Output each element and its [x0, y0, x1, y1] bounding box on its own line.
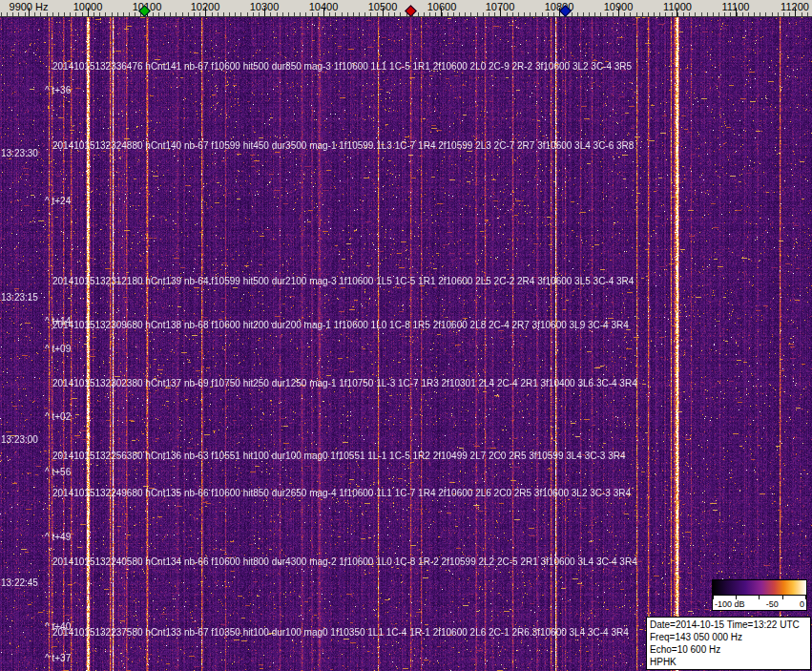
freq-tick-label: 10300 — [250, 1, 280, 12]
event-time-marker: ^ t+36 — [45, 85, 71, 95]
info-station-line: HPHK — [650, 656, 807, 668]
detection-log-line: 20141015132302380 hCnt137 nb-69 f10750 h… — [52, 378, 637, 388]
freq-tick-label: 10500 — [368, 1, 398, 12]
event-time-marker: ^ t+09 — [45, 344, 71, 354]
detection-log-line: 20141015132312180 hCnt139 nb-64 f10599 h… — [52, 276, 634, 286]
freq-tick-label: 9900 Hz — [10, 1, 49, 12]
event-time-marker: ^ t+56 — [45, 467, 71, 477]
colorbar-legend: -100 dB -50 0 — [712, 579, 807, 611]
event-time-marker: ^ t+14 — [45, 316, 71, 326]
freq-tick-label: 10400 — [309, 1, 339, 12]
spectrogram-canvas[interactable] — [0, 17, 812, 671]
event-time-marker: ^ t+37 — [45, 653, 71, 663]
event-time-marker: ^ t+24 — [45, 196, 71, 206]
colorbar-max-label: 0 — [800, 599, 804, 609]
info-freq-line: Freq=143 050 000 Hz — [650, 631, 807, 643]
colorbar-mid-label: -50 — [766, 599, 779, 609]
detection-log-line: 20141015132256380 hCnt136 nb-63 f10551 h… — [52, 451, 625, 461]
freq-tick-label: 10900 — [604, 1, 634, 12]
frequency-axis: 9900 Hz 10000 10100 10200 10300 10400 10… — [0, 0, 812, 17]
detection-log-line: 20141015132336476 hCnt141 nb-67 f10600 h… — [52, 61, 632, 72]
time-tick-label: 13:23:00 — [1, 434, 38, 445]
time-tick-label: 13:23:30 — [1, 148, 38, 158]
colorbar-labels: -100 dB -50 0 — [713, 599, 806, 610]
freq-tick-label: 10000 — [73, 1, 103, 12]
freq-tick-label: 11000 — [663, 1, 692, 12]
info-echo-line: Echo=10 600 Hz — [650, 643, 807, 656]
detection-log-line: 20141015132240580 hCnt134 nb-66 f10600 h… — [52, 556, 637, 567]
detection-log-line: 20141015132237580 hCnt133 nb-67 f10350 h… — [52, 627, 629, 638]
event-time-marker: ^ t+40 — [45, 621, 71, 632]
spectrogram-app: 9900 Hz 10000 10100 10200 10300 10400 10… — [0, 0, 812, 671]
event-time-marker: ^ t+02 — [45, 411, 71, 422]
colorbar-gradient — [713, 580, 806, 596]
detection-log-line: 20141015132309680 hCnt138 nb-68 f10600 h… — [52, 320, 629, 330]
detection-log-line: 20141015132324880 hCnt140 nb-67 f10599 h… — [52, 140, 634, 151]
detection-log-line: 20141015132249680 hCnt135 nb-66 f10600 h… — [52, 488, 631, 498]
freq-tick-label: 10200 — [191, 1, 220, 12]
info-box: Date=2014-10-15 Time=13:22 UTC Freq=143 … — [646, 617, 811, 670]
time-tick-label: 13:23:15 — [1, 292, 38, 303]
freq-tick-label: 11100 — [722, 1, 750, 12]
colorbar-min-label: -100 dB — [715, 599, 745, 609]
event-time-marker: ^ t+49 — [45, 532, 71, 542]
freq-tick-label: 10600 — [427, 1, 457, 12]
time-tick-label: 13:22:45 — [1, 577, 38, 588]
freq-tick-label: 10700 — [486, 1, 515, 12]
info-date-line: Date=2014-10-15 Time=13:22 UTC — [650, 619, 807, 631]
freq-tick-label: 11200 — [781, 1, 809, 12]
